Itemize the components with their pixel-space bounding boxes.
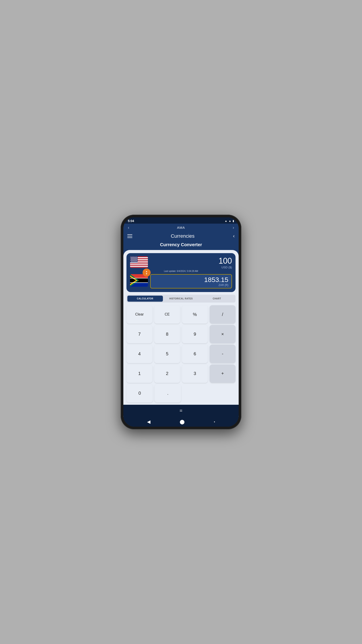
percent-button[interactable]: % (182, 305, 208, 324)
divide-button[interactable]: / (210, 305, 236, 324)
svg-point-36 (133, 260, 134, 261)
phone-device: 5:04 ▲ ▲ ▮ ‹ AMA › Currencies ‹ (121, 215, 241, 429)
svg-rect-7 (130, 262, 148, 264)
add-button[interactable]: + (210, 364, 236, 383)
nine-button[interactable]: 9 (182, 325, 208, 343)
app-title: Currencies (171, 233, 194, 239)
two-button[interactable]: 2 (154, 364, 180, 383)
svg-rect-9 (130, 264, 148, 265)
svg-rect-11 (130, 266, 148, 267)
tab-chart[interactable]: CHART (199, 296, 235, 302)
eight-button[interactable]: 8 (154, 325, 180, 343)
one-button[interactable]: 1 (126, 364, 152, 383)
svg-rect-8 (130, 264, 148, 264)
page-title-row: Currency Converter (123, 241, 239, 250)
svg-point-42 (135, 262, 136, 262)
swap-button[interactable]: ▲ ▼ (143, 268, 151, 276)
nav-row: ‹ AMA › (123, 224, 239, 232)
nav-title: AMA (177, 226, 185, 230)
svg-point-40 (133, 262, 133, 262)
to-currency-label: ZAR (R) (219, 284, 228, 287)
svg-point-22 (135, 258, 136, 258)
svg-point-21 (134, 258, 135, 258)
svg-point-19 (131, 258, 132, 258)
subtract-button[interactable]: - (210, 344, 236, 363)
svg-point-24 (131, 259, 131, 260)
svg-point-30 (133, 260, 133, 260)
nav-forward-arrow[interactable]: › (233, 225, 234, 230)
svg-rect-10 (130, 265, 148, 266)
main-content: 100 USD ($) ▲ ▼ Last update: 6/4/2024, 5… (123, 250, 239, 417)
wifi-icon: ▲ (225, 219, 227, 222)
converter-top: 100 USD ($) (130, 256, 232, 269)
phone-screen: 5:04 ▲ ▲ ▮ ‹ AMA › Currencies ‹ (123, 217, 239, 427)
tab-calculator[interactable]: CALCULATOR (127, 296, 163, 302)
svg-point-43 (137, 262, 137, 262)
svg-point-15 (132, 257, 133, 258)
dot-button[interactable]: . (155, 384, 181, 402)
calc-row-2: 7 8 9 × (126, 325, 236, 343)
svg-point-34 (131, 260, 131, 261)
status-icons: ▲ ▲ ▮ (225, 219, 234, 222)
status-bar: 5:04 ▲ ▲ ▮ (123, 217, 239, 224)
six-button[interactable]: 6 (182, 344, 208, 363)
multiply-button[interactable]: × (210, 325, 236, 343)
svg-point-29 (131, 260, 132, 260)
svg-point-27 (135, 259, 135, 260)
calc-row-4: 1 2 3 + (126, 364, 236, 383)
equals-button[interactable]: = (180, 408, 183, 414)
svg-point-41 (134, 262, 135, 262)
svg-point-39 (131, 262, 132, 262)
calc-row-1: Clear CE % / (126, 305, 236, 324)
equals-bar[interactable]: = (123, 405, 239, 417)
three-button[interactable]: 3 (182, 364, 208, 383)
calc-row-3: 4 5 6 - (126, 344, 236, 363)
us-flag[interactable] (130, 256, 148, 268)
svg-point-26 (133, 259, 134, 260)
calc-row-5: 0 . (126, 384, 236, 402)
calculator: Clear CE % / 7 (123, 304, 239, 405)
ce-button[interactable]: CE (154, 305, 180, 324)
app-header: Currencies ‹ (123, 232, 239, 241)
amount-display: 100 USD ($) (219, 256, 232, 269)
amount-value: 100 (219, 256, 232, 266)
svg-point-35 (132, 260, 133, 261)
nav-back-button[interactable]: ◀ (147, 419, 150, 424)
tab-historical-rates[interactable]: HISTORICAL RATES (163, 296, 199, 302)
from-currency-label: USD ($) (219, 266, 232, 269)
status-time: 5:04 (128, 219, 134, 223)
svg-point-17 (135, 257, 135, 258)
seven-button[interactable]: 7 (126, 325, 152, 343)
svg-point-25 (132, 259, 133, 260)
svg-point-20 (133, 258, 133, 258)
svg-rect-51 (130, 282, 148, 283)
bottom-nav: ◀ ⬤ ▪ (123, 417, 239, 427)
converter-card: 100 USD ($) ▲ ▼ Last update: 6/4/2024, 5… (126, 253, 236, 292)
svg-point-32 (135, 260, 136, 260)
hamburger-menu[interactable] (127, 234, 132, 238)
nav-back-arrow[interactable]: ‹ (128, 225, 129, 230)
four-button[interactable]: 4 (126, 344, 152, 363)
svg-point-28 (136, 259, 137, 260)
svg-point-23 (137, 258, 137, 258)
svg-point-31 (134, 260, 135, 260)
nav-recent-button[interactable]: ▪ (214, 420, 215, 424)
svg-rect-12 (130, 267, 148, 268)
result-value: 1853.15 (204, 276, 228, 284)
nav-home-button[interactable]: ⬤ (180, 419, 185, 424)
swap-up-icon: ▲ (145, 270, 148, 272)
zero-button[interactable]: 0 (126, 384, 153, 402)
swap-down-icon: ▼ (145, 273, 148, 275)
svg-point-37 (135, 260, 135, 261)
five-button[interactable]: 5 (154, 344, 180, 363)
tabs-row: CALCULATOR HISTORICAL RATES CHART (126, 295, 236, 302)
svg-point-16 (133, 257, 134, 258)
svg-point-18 (136, 257, 137, 258)
clear-button[interactable]: Clear (126, 305, 152, 324)
result-display: 1853.15 ZAR (R) (150, 274, 232, 288)
battery-icon: ▮ (233, 219, 234, 222)
svg-point-38 (136, 260, 137, 261)
svg-rect-50 (130, 278, 148, 278)
signal-icon: ▲ (229, 219, 231, 222)
header-back-chevron[interactable]: ‹ (233, 233, 235, 239)
